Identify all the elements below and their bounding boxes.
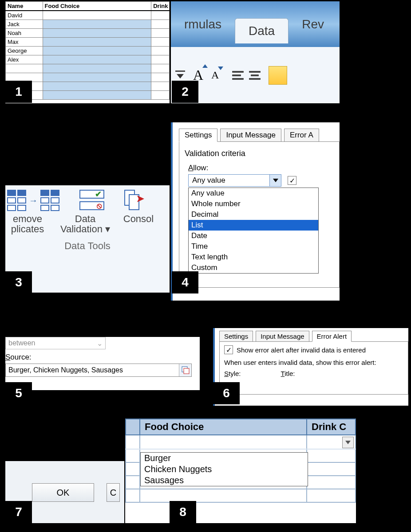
align-left-icon[interactable] xyxy=(232,71,244,80)
tab-error-alert[interactable]: Error Alert xyxy=(312,331,352,342)
source-input[interactable] xyxy=(6,364,179,376)
cell-food-0[interactable] xyxy=(43,11,151,20)
ribbon-group-label: Data Tools xyxy=(5,240,170,252)
table-icon xyxy=(40,190,59,211)
col-header-food[interactable]: Food Choice xyxy=(140,419,307,435)
consolidate-button[interactable]: Consol xyxy=(121,214,156,234)
chevron-down-icon xyxy=(97,339,103,348)
chevron-down-icon[interactable] xyxy=(269,175,281,186)
data-validation-button[interactable]: Data Validation ▾ xyxy=(59,214,112,234)
svg-rect-1 xyxy=(184,368,189,374)
allow-option[interactable]: Whole number xyxy=(189,199,318,209)
cell-name-0[interactable]: David xyxy=(6,11,43,20)
data-validation-icon[interactable] xyxy=(79,190,104,211)
allow-label: Allow: xyxy=(188,164,335,172)
error-sentence: When user enters invalid data, show this… xyxy=(224,359,403,366)
col-header-drink[interactable]: Drink C xyxy=(307,419,356,435)
selected-cell[interactable] xyxy=(43,20,151,29)
allow-select[interactable]: Any value xyxy=(188,174,281,187)
shrink-font-icon[interactable]: A xyxy=(211,69,219,81)
step-label-4: 4 xyxy=(172,271,198,293)
panel-8-result: Food Choice Drink C Burger Chicken Nugge… xyxy=(125,419,356,523)
allow-dropdown-list[interactable]: Any value Whole number Decimal List Date… xyxy=(188,188,319,274)
col-header-drink[interactable]: Drink xyxy=(151,2,170,11)
ribbon-tab-formulas[interactable]: rmulas xyxy=(171,4,235,45)
consolidate-icon[interactable]: ➤ xyxy=(124,190,142,210)
show-error-label: Show error alert after invalid data is e… xyxy=(237,346,366,354)
chevron-down-icon[interactable]: ▾ xyxy=(105,223,110,235)
step-label-1: 1 xyxy=(5,81,32,103)
step-label-7: 7 xyxy=(5,501,32,523)
tab-input-message[interactable]: Input Message xyxy=(220,129,281,142)
tab-error-alert[interactable]: Error A xyxy=(284,129,319,142)
col-header-name[interactable]: Name xyxy=(6,2,43,11)
step-label-3: 3 xyxy=(5,271,32,293)
show-error-checkbox[interactable]: ✓ xyxy=(224,345,233,354)
table-icon xyxy=(7,190,26,211)
step-label-5: 5 xyxy=(5,382,32,404)
allow-option[interactable]: Custom xyxy=(189,262,318,273)
title-label: Title: xyxy=(281,370,295,377)
remove-duplicates-button[interactable]: emove plicates xyxy=(5,214,50,234)
food-option[interactable]: Sausages xyxy=(141,475,308,486)
allow-select-value: Any value xyxy=(192,176,225,185)
cell-name-4[interactable]: George xyxy=(6,47,43,55)
arrow-right-icon: → xyxy=(29,196,38,206)
cancel-button-fragment[interactable]: C xyxy=(107,483,120,502)
step-label-2: 2 xyxy=(172,81,198,103)
allow-option-list[interactable]: List xyxy=(189,220,318,231)
dropdown-arrow-icon[interactable] xyxy=(175,70,185,80)
validation-criteria-title: Validation criteria xyxy=(185,149,335,158)
cell-name-2[interactable]: Noah xyxy=(6,29,43,38)
ribbon-tab-data[interactable]: Data xyxy=(235,18,288,43)
food-dropdown-list[interactable]: Burger Chicken Nuggets Sausages xyxy=(140,452,308,486)
ribbon-tab-review[interactable]: Rev xyxy=(288,4,337,45)
food-option[interactable]: Burger xyxy=(141,453,308,464)
fill-color-button[interactable] xyxy=(269,66,287,85)
ignore-blank-checkbox[interactable]: ✓ xyxy=(288,176,296,185)
source-label: Source: xyxy=(5,353,200,362)
allow-option[interactable]: Date xyxy=(189,231,318,241)
step-label-8: 8 xyxy=(170,501,196,523)
step-label-6: 6 xyxy=(213,382,240,404)
cell-name-1[interactable]: Jack xyxy=(6,20,43,29)
panel-6-error-alert: Settings Input Message Error Alert ✓ Sho… xyxy=(213,328,408,406)
ok-button[interactable]: OK xyxy=(32,483,94,502)
allow-option[interactable]: Decimal xyxy=(189,209,318,220)
food-cell-with-dropdown[interactable] xyxy=(140,435,307,449)
tab-settings[interactable]: Settings xyxy=(219,331,253,342)
allow-option[interactable]: Time xyxy=(189,241,318,252)
range-picker-icon[interactable] xyxy=(179,364,191,376)
food-option[interactable]: Chicken Nuggets xyxy=(141,464,308,475)
align-center-icon[interactable] xyxy=(249,71,261,80)
panel-5-source: between Source: xyxy=(5,337,200,390)
allow-option[interactable]: Any value xyxy=(189,188,318,199)
ribbon-tabstrip: rmulas Data Rev xyxy=(171,1,340,47)
cell-name-5[interactable]: Alex xyxy=(6,55,43,64)
data-mode-select-disabled: between xyxy=(5,337,106,349)
tab-settings[interactable]: Settings xyxy=(179,129,217,142)
style-label: Style: xyxy=(224,370,241,377)
col-header-food[interactable]: Food Choice xyxy=(43,2,151,11)
tab-input-message[interactable]: Input Message xyxy=(256,331,309,342)
allow-option[interactable]: Text length xyxy=(189,252,318,262)
cell-name-3[interactable]: Max xyxy=(6,38,43,47)
dropdown-arrow-icon[interactable] xyxy=(342,437,354,448)
